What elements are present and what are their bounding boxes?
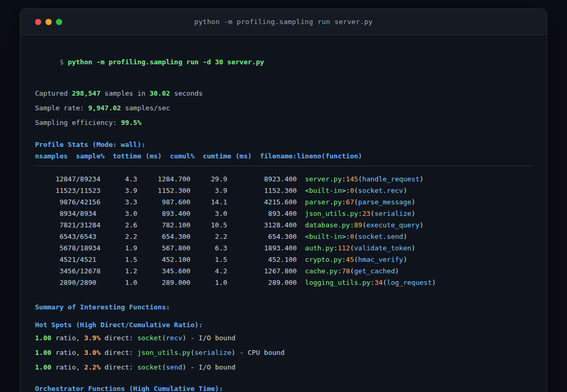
filename: auth.py: [305, 244, 334, 252]
captured-line: Captured 298,547 samples in 30.02 second…: [35, 88, 532, 99]
line-number: 0: [350, 233, 354, 240]
function-name: serialize: [375, 210, 411, 217]
function-name: get_cached: [354, 267, 395, 275]
ratio-value: 1.00: [35, 349, 51, 356]
table-row: 6543/6543 2.2 654.300 2.2 654.300 <built…: [35, 231, 532, 243]
ratio-value: 1.00: [35, 334, 51, 342]
line-number: 78: [342, 267, 350, 275]
function-name: validate_token: [354, 244, 412, 252]
line-number: 23: [362, 210, 371, 217]
hot-spots-lines: 1.00 ratio, 3.9% direct: socket(recv) - …: [35, 332, 532, 373]
table-row: 12847/89234 4.3 1284.700 29.9 8923.400 s…: [35, 174, 532, 185]
module-name: json_utils.py: [137, 349, 191, 356]
table-row: 7821/31284 2.6 782.100 10.5 3128.400 dat…: [35, 220, 532, 231]
direct-percent: 3.9%: [84, 334, 100, 342]
hot-spot-line: 1.00 ratio, 2.2% direct: socket(send) - …: [35, 362, 532, 373]
filename: <built-in: [305, 187, 342, 194]
sampling-efficiency-line: Sampling efficiency: 99.5%: [35, 117, 532, 129]
summary-heading: Summary of Interesting Functions:: [35, 302, 532, 313]
row-metrics: 5678/18934 1.9 567.800 6.3 1893.400: [35, 244, 305, 252]
bound-note: - I/O bound: [187, 363, 236, 371]
bound-note: - CPU bound: [236, 349, 285, 356]
module-name: socket: [137, 334, 162, 342]
window-controls: [35, 19, 62, 25]
command-line: $ python -m profiling.sampling run -d 30…: [35, 45, 532, 79]
filename: cache.py: [305, 267, 338, 275]
filename: json_utils.py: [305, 210, 358, 217]
table-row: 8934/8934 3.0 893.400 3.0 893.400 json_u…: [35, 208, 532, 220]
line-number: 89: [354, 221, 362, 229]
prompt: $: [60, 58, 68, 66]
line-number: 0: [350, 187, 354, 194]
line-number: 112: [338, 244, 350, 252]
function-name: serialize: [194, 349, 231, 356]
minimize-button[interactable]: [45, 19, 52, 25]
table-row: 9876/42156 3.3 987.600 14.1 4215.600 par…: [35, 197, 532, 208]
module-name: socket: [137, 363, 162, 371]
table-divider: [35, 166, 532, 166]
line-number: 34: [375, 279, 383, 286]
zoom-button[interactable]: [56, 19, 62, 25]
line-number: 145: [346, 175, 358, 183]
profile-stats-heading: Profile Stats (Mode: wall):: [35, 139, 532, 151]
line-number: 67: [346, 198, 354, 206]
bound-note: - I/O bound: [187, 334, 236, 342]
window-title: python -m profiling.sampling run server.…: [20, 18, 547, 26]
row-metrics: 7821/31284 2.6 782.100 10.5 3128.400: [35, 221, 305, 229]
row-metrics: 8934/8934 3.0 893.400 3.0 893.400: [35, 210, 305, 217]
function-name: execute_query: [366, 221, 420, 229]
row-metrics: 4521/4521 1.5 452.100 1.5 452.100: [35, 256, 305, 263]
function-name: send: [166, 363, 182, 371]
terminal-output: $ python -m profiling.sampling run -d 30…: [20, 35, 547, 392]
table-row: 4521/4521 1.5 452.100 1.5 452.100 crypto…: [35, 254, 532, 266]
profile-columns-header: nsamples sample% tottime (ms) cumul% cum…: [35, 151, 532, 162]
table-row: 3456/12678 1.2 345.600 4.2 1267.800 cach…: [35, 266, 532, 277]
function-name: recv: [166, 334, 182, 342]
function-name: log_request: [387, 279, 432, 286]
orchestrator-heading: Orchestrator Functions (High Cumulative …: [35, 383, 532, 392]
table-row: 2890/2890 1.0 289.000 1.0 289.000 loggin…: [35, 277, 532, 289]
row-metrics: 2890/2890 1.0 289.000 1.0 289.000: [35, 279, 305, 286]
command-text: python -m profiling.sampling run -d 30 s…: [68, 58, 264, 66]
filename: <built-in: [305, 233, 342, 240]
row-metrics: 3456/12678 1.2 345.600 4.2 1267.800: [35, 267, 305, 275]
function-name: hmac_verify: [358, 256, 403, 263]
direct-percent: 2.2%: [84, 363, 100, 371]
hot-spot-line: 1.00 ratio, 3.0% direct: json_utils.py(s…: [35, 347, 532, 359]
hot-spot-line: 1.00 ratio, 3.9% direct: socket(recv) - …: [35, 332, 532, 344]
table-row: 11523/11523 3.9 1152.300 3.9 1152.300 <b…: [35, 185, 532, 197]
function-name: handle_request: [362, 175, 420, 183]
row-metrics: 6543/6543 2.2 654.300 2.2 654.300: [35, 233, 305, 240]
filename: logging_utils.py: [305, 279, 371, 286]
row-metrics: 12847/89234 4.3 1284.700 29.9 8923.400: [35, 175, 305, 183]
filename: server.py: [305, 175, 342, 183]
profile-table-rows: 12847/89234 4.3 1284.700 29.9 8923.400 s…: [35, 174, 532, 289]
close-button[interactable]: [35, 19, 41, 25]
hot-spots-heading: Hot Spots (High Direct/Cumulative Ratio)…: [35, 319, 532, 331]
row-metrics: 11523/11523 3.9 1152.300 3.9 1152.300: [35, 187, 305, 194]
line-number: 45: [346, 256, 354, 263]
terminal-window: python -m profiling.sampling run server.…: [20, 8, 547, 392]
function-name: socket.send: [358, 233, 403, 240]
sample-rate-line: Sample rate: 9,947.02 samples/sec: [35, 102, 532, 114]
row-metrics: 9876/42156 3.3 987.600 14.1 4215.600: [35, 198, 305, 206]
ratio-value: 1.00: [35, 363, 51, 371]
filename: parser.py: [305, 198, 342, 206]
direct-percent: 3.0%: [84, 349, 100, 356]
function-name: parse_message: [358, 198, 411, 206]
filename: crypto.py: [305, 256, 342, 263]
function-name: socket.recv: [358, 187, 403, 194]
title-bar: python -m profiling.sampling run server.…: [20, 9, 547, 35]
table-row: 5678/18934 1.9 567.800 6.3 1893.400 auth…: [35, 243, 532, 254]
filename: database.py: [305, 221, 350, 229]
